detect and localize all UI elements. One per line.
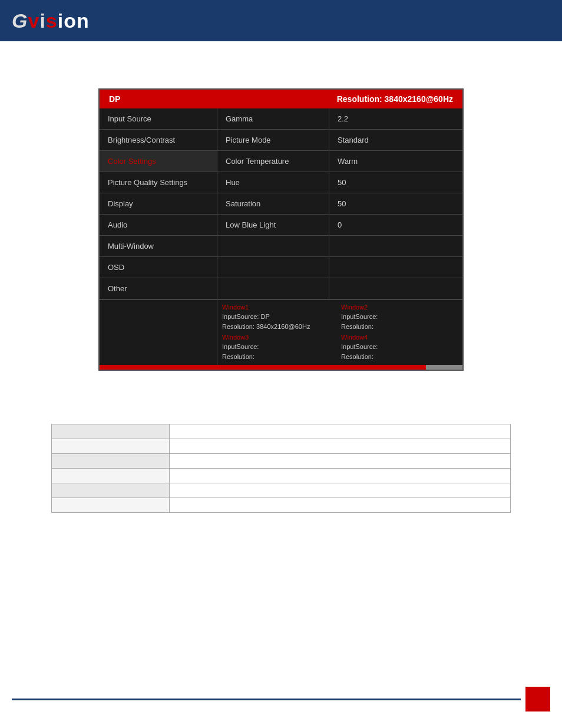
window4-title: Window4	[341, 334, 458, 341]
window2-resolution-label: Resolution:	[341, 323, 373, 330]
table-cell-label	[52, 424, 170, 439]
setting-saturation-value: 50	[329, 193, 462, 215]
window2-block: Window2 InputSource: Resolution:	[341, 304, 458, 331]
setting-hue-label[interactable]: Hue	[217, 172, 329, 193]
menu-item-brightness-contrast[interactable]: Brightness/Contrast	[100, 130, 217, 151]
table-row	[52, 454, 511, 469]
table-row	[52, 483, 511, 498]
window1-input-label: InputSource:	[222, 313, 259, 320]
osd-settings-column: Gamma Picture Mode Color Temperature Hue…	[217, 108, 329, 299]
menu-item-display[interactable]: Display	[100, 193, 217, 215]
table-cell-label	[52, 439, 170, 454]
table-cell-value	[170, 424, 511, 439]
table-row	[52, 498, 511, 513]
osd-footer-bar	[100, 365, 462, 370]
setting-saturation-label[interactable]: Saturation	[217, 193, 329, 215]
bottom-line-bar	[12, 699, 521, 700]
logo: Gvision	[12, 9, 90, 32]
window1-title: Window1	[222, 304, 339, 311]
window2-detail: InputSource: Resolution:	[341, 312, 458, 331]
window1-block: Window1 InputSource: DP Resolution: 3840…	[222, 304, 339, 331]
info-table	[51, 424, 511, 513]
osd-header: DP Resolution: 3840x2160@60Hz	[100, 90, 462, 108]
window1-resolution-label: Resolution:	[222, 323, 254, 330]
menu-item-input-source[interactable]: Input Source	[100, 108, 217, 130]
menu-item-osd[interactable]: OSD	[100, 257, 217, 278]
setting-picture-mode-label[interactable]: Picture Mode	[217, 130, 329, 151]
osd-menu: DP Resolution: 3840x2160@60Hz Input Sour…	[98, 88, 464, 371]
table-cell-label	[52, 469, 170, 483]
window1-detail: InputSource: DP Resolution: 3840x2160@60…	[222, 312, 339, 331]
setting-hue-value: 50	[329, 172, 462, 193]
setting-gamma-label[interactable]: Gamma	[217, 108, 329, 130]
bottom-decoration	[12, 687, 550, 711]
window3-title: Window3	[222, 334, 339, 341]
window3-resolution-label: Resolution:	[222, 353, 254, 360]
setting-empty-2	[217, 257, 329, 278]
table-cell-value	[170, 483, 511, 498]
window3-detail: InputSource: Resolution:	[222, 342, 339, 361]
header-bar: Gvision	[0, 0, 562, 41]
menu-item-other[interactable]: Other	[100, 278, 217, 299]
table-cell-label	[52, 454, 170, 469]
bottom-red-square	[525, 687, 550, 711]
table-cell-value	[170, 469, 511, 483]
window2-title: Window2	[341, 304, 458, 311]
osd-values-column: 2.2 Standard Warm 50 50 0	[329, 108, 462, 299]
setting-empty-3	[217, 278, 329, 299]
window4-block: Window4 InputSource: Resolution:	[341, 334, 458, 361]
table-cell-value	[170, 454, 511, 469]
window4-resolution-label: Resolution:	[341, 353, 373, 360]
window3-block: Window3 InputSource: Resolution:	[222, 334, 339, 361]
value-empty-1	[329, 236, 462, 257]
window4-detail: InputSource: Resolution:	[341, 342, 458, 361]
table-cell-value	[170, 498, 511, 513]
value-empty-3	[329, 278, 462, 299]
osd-source-label: DP	[109, 94, 120, 104]
table-cell-label	[52, 498, 170, 513]
setting-color-temp-value: Warm	[329, 151, 462, 172]
setting-picture-mode-value: Standard	[329, 130, 462, 151]
window2-input-label: InputSource:	[341, 313, 378, 320]
osd-resolution-label: Resolution: 3840x2160@60Hz	[337, 94, 453, 104]
osd-body: Input Source Brightness/Contrast Color S…	[100, 108, 462, 299]
table-row	[52, 439, 511, 454]
window1-resolution-value: 3840x2160@60Hz	[254, 323, 310, 330]
table-cell-value	[170, 439, 511, 454]
setting-low-blue-light-label[interactable]: Low Blue Light	[217, 215, 329, 236]
setting-low-blue-light-value: 0	[329, 215, 462, 236]
menu-item-color-settings[interactable]: Color Settings	[100, 151, 217, 172]
osd-menu-column: Input Source Brightness/Contrast Color S…	[100, 108, 217, 299]
windows-section: Window1 InputSource: DP Resolution: 3840…	[100, 299, 462, 365]
setting-empty-1	[217, 236, 329, 257]
window1-input-value: DP	[259, 313, 269, 320]
value-empty-2	[329, 257, 462, 278]
menu-item-audio[interactable]: Audio	[100, 215, 217, 236]
menu-item-multi-window[interactable]: Multi-Window	[100, 236, 217, 257]
table-cell-label	[52, 483, 170, 498]
windows-grid: Window1 InputSource: DP Resolution: 3840…	[217, 300, 462, 365]
table-row	[52, 469, 511, 483]
window4-input-label: InputSource:	[341, 343, 378, 350]
setting-color-temp-label[interactable]: Color Temperature	[217, 151, 329, 172]
table-row	[52, 424, 511, 439]
menu-item-picture-quality[interactable]: Picture Quality Settings	[100, 172, 217, 193]
window3-input-label: InputSource:	[222, 343, 259, 350]
setting-gamma-value: 2.2	[329, 108, 462, 130]
